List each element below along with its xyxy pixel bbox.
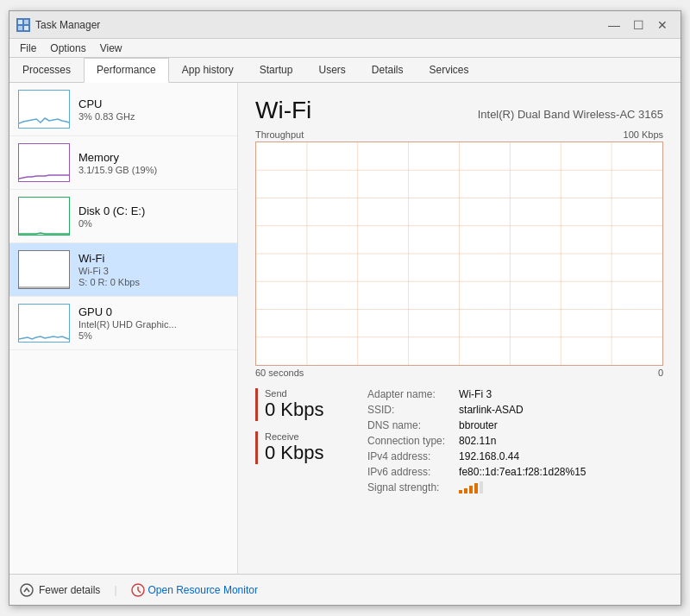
panel-title: Wi-Fi xyxy=(255,97,311,124)
cpu-info: CPU 3% 0.83 GHz xyxy=(78,97,229,122)
chart-scale: 100 Kbps xyxy=(624,129,663,140)
gpu-sub1: Intel(R) UHD Graphic... xyxy=(78,319,229,330)
minimize-button[interactable]: — xyxy=(603,16,625,34)
task-manager-window: Task Manager — ☐ ✕ File Options View Pro… xyxy=(9,10,681,606)
footer-bar: Fewer details | Open Resource Monitor xyxy=(9,574,681,605)
receive-block: Receive 0 Kbps xyxy=(255,431,350,464)
maximize-button[interactable]: ☐ xyxy=(627,16,649,34)
fewer-details-label: Fewer details xyxy=(39,584,100,596)
open-resource-label: Open Resource Monitor xyxy=(148,584,258,596)
tab-startup[interactable]: Startup xyxy=(247,58,306,82)
send-label: Send xyxy=(265,388,350,399)
wifi-sub1: Wi-Fi 3 xyxy=(78,266,229,276)
svg-rect-3 xyxy=(24,26,28,30)
sidebar-item-gpu[interactable]: GPU 0 Intel(R) UHD Graphic... 5% xyxy=(9,297,237,350)
svg-rect-2 xyxy=(18,26,22,30)
receive-label: Receive xyxy=(265,431,350,442)
content-area: CPU 3% 0.83 GHz Memory 3.1/15.9 GB (19%) xyxy=(9,83,681,574)
gpu-info: GPU 0 Intel(R) UHD Graphic... 5% xyxy=(78,305,229,341)
menu-bar: File Options View xyxy=(9,39,681,58)
disk-label: Disk 0 (C: E:) xyxy=(78,204,229,217)
disk-thumbnail xyxy=(18,197,70,236)
send-block: Send 0 Kbps xyxy=(255,388,350,421)
throughput-chart xyxy=(255,141,663,366)
svg-rect-1 xyxy=(24,20,28,24)
dns-val: bbrouter xyxy=(459,419,586,431)
window-title: Task Manager xyxy=(35,19,603,31)
ipv6-key: IPv6 address: xyxy=(367,466,445,478)
title-bar: Task Manager — ☐ ✕ xyxy=(9,11,681,39)
menu-file[interactable]: File xyxy=(13,41,43,56)
ipv4-key: IPv4 address: xyxy=(367,450,445,462)
svg-line-21 xyxy=(138,590,141,593)
ssid-val: starlink-ASAD xyxy=(459,404,586,416)
adapter-name-val: Wi-Fi 3 xyxy=(459,388,586,400)
svg-point-18 xyxy=(21,584,33,596)
cpu-stats: 3% 0.83 GHz xyxy=(78,111,229,122)
chart-label: Throughput xyxy=(255,129,304,140)
wifi-info: Wi-Fi Wi-Fi 3 S: 0 R: 0 Kbps xyxy=(78,252,229,287)
disk-stats: 0% xyxy=(78,218,229,229)
memory-stats: 3.1/15.9 GB (19%) xyxy=(78,165,229,175)
gpu-thumbnail xyxy=(18,304,70,343)
tab-services[interactable]: Services xyxy=(417,58,482,82)
resource-monitor-icon xyxy=(131,583,145,597)
app-icon xyxy=(16,18,30,32)
ipv4-val: 192.168.0.44 xyxy=(459,450,586,462)
sidebar-item-memory[interactable]: Memory 3.1/15.9 GB (19%) xyxy=(9,136,237,190)
open-resource-monitor-button[interactable]: Open Resource Monitor xyxy=(131,583,258,597)
tab-users[interactable]: Users xyxy=(305,58,358,82)
dns-key: DNS name: xyxy=(367,419,445,431)
wifi-thumbnail xyxy=(18,250,70,289)
ipv6-val: fe80::1d:7ea1:f28:1d28%15 xyxy=(459,466,586,478)
gpu-label: GPU 0 xyxy=(78,305,229,318)
connection-type-val: 802.11n xyxy=(459,435,586,447)
memory-info: Memory 3.1/15.9 GB (19%) xyxy=(78,151,229,175)
window-controls: — ☐ ✕ xyxy=(603,16,674,34)
send-receive-panel: Send 0 Kbps Receive 0 Kbps xyxy=(255,388,350,496)
svg-rect-0 xyxy=(18,20,22,24)
cpu-thumbnail xyxy=(18,90,70,129)
disk-info: Disk 0 (C: E:) 0% xyxy=(78,204,229,229)
tabs-bar: Processes Performance App history Startu… xyxy=(9,58,681,83)
sidebar-item-wifi[interactable]: Wi-Fi Wi-Fi 3 S: 0 R: 0 Kbps xyxy=(9,243,237,297)
chevron-up-icon xyxy=(20,583,34,597)
chart-header: Throughput 100 Kbps xyxy=(255,129,663,140)
menu-view[interactable]: View xyxy=(93,41,129,56)
chart-footer: 60 seconds 0 xyxy=(255,368,663,378)
receive-value: 0 Kbps xyxy=(265,442,350,464)
stats-section: Send 0 Kbps Receive 0 Kbps Adapter na xyxy=(255,388,663,496)
adapter-name-key: Adapter name: xyxy=(367,388,445,400)
wifi-sub2: S: 0 R: 0 Kbps xyxy=(78,277,229,287)
menu-options[interactable]: Options xyxy=(43,41,92,56)
footer-divider: | xyxy=(114,584,116,596)
chart-end: 0 xyxy=(658,368,663,378)
signal-key: Signal strength: xyxy=(367,481,445,496)
wifi-label: Wi-Fi xyxy=(78,252,229,265)
tab-processes[interactable]: Processes xyxy=(9,58,84,82)
sidebar-item-cpu[interactable]: CPU 3% 0.83 GHz xyxy=(9,83,237,136)
panel-header: Wi-Fi Intel(R) Dual Band Wireless-AC 316… xyxy=(255,97,663,124)
memory-thumbnail xyxy=(18,143,70,182)
close-button[interactable]: ✕ xyxy=(651,16,674,34)
cpu-label: CPU xyxy=(78,97,229,110)
sidebar-item-disk[interactable]: Disk 0 (C: E:) 0% xyxy=(9,190,237,243)
gpu-sub2: 5% xyxy=(78,330,229,341)
connection-type-key: Connection type: xyxy=(367,435,445,447)
memory-label: Memory xyxy=(78,151,229,164)
tab-performance[interactable]: Performance xyxy=(84,58,169,83)
panel-subtitle: Intel(R) Dual Band Wireless-AC 3165 xyxy=(478,108,663,121)
signal-val xyxy=(459,481,586,496)
info-grid: Adapter name: Wi-Fi 3 SSID: starlink-ASA… xyxy=(367,388,586,496)
sidebar: CPU 3% 0.83 GHz Memory 3.1/15.9 GB (19%) xyxy=(9,83,238,574)
main-panel: Wi-Fi Intel(R) Dual Band Wireless-AC 316… xyxy=(238,83,681,574)
tab-app-history[interactable]: App history xyxy=(169,58,247,82)
send-value: 0 Kbps xyxy=(265,399,350,421)
signal-strength-icon xyxy=(459,481,483,493)
fewer-details-button[interactable]: Fewer details xyxy=(20,583,100,597)
chart-time: 60 seconds xyxy=(255,368,304,378)
tab-details[interactable]: Details xyxy=(359,58,417,82)
ssid-key: SSID: xyxy=(367,404,445,416)
